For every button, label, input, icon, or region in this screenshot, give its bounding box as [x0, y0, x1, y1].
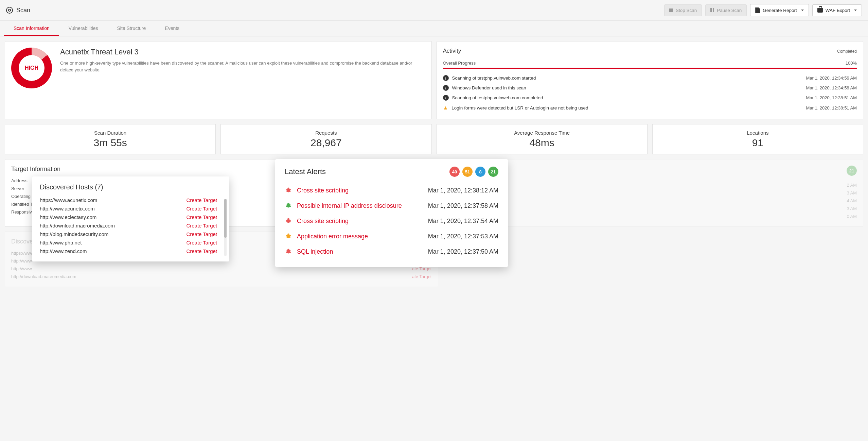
create-target-link[interactable]: Create Target	[186, 248, 217, 254]
alert-count-badge[interactable]: 40	[449, 167, 460, 177]
create-target-link[interactable]: Create Target	[186, 231, 217, 237]
stop-scan-label: Stop Scan	[676, 8, 697, 13]
create-target-link[interactable]: Create Target	[186, 197, 217, 203]
svg-line-5	[290, 191, 291, 191]
metric-label: Requests	[224, 130, 428, 136]
activity-time: Mar 1, 2020, 12:34:56 AM	[806, 75, 857, 81]
activity-title: Activity	[443, 48, 461, 54]
discovered-hosts-title: Discovered Hosts (7)	[40, 183, 222, 191]
alert-time: Mar 1, 2020, 12:37:54 AM	[428, 218, 498, 225]
create-target-link[interactable]: Create Target	[186, 240, 217, 245]
discovered-host-row: http://www.eclectasy.comCreate Target	[40, 213, 222, 221]
alert-time: Mar 1, 2020, 12:37:58 AM	[428, 202, 498, 209]
tab-bar: Scan Information Vulnerabilities Site St…	[0, 21, 868, 36]
alert-count-badge[interactable]: 51	[462, 167, 473, 177]
activity-item: iScanning of testphp.vulnweb.com started…	[443, 73, 857, 83]
host-url-bg: http://download.macromedia.com	[11, 274, 76, 279]
svg-line-22	[286, 237, 287, 237]
create-target-link[interactable]: Create Target	[186, 223, 217, 228]
pause-scan-label: Pause Scan	[717, 8, 742, 13]
threat-description: One or more high-severity type vulnerabi…	[60, 60, 425, 73]
alert-name: Cross site scripting	[297, 218, 349, 225]
alert-name: Application error message	[297, 233, 368, 240]
host-url: https://www.acunetix.com	[40, 197, 97, 203]
threat-text: Acunetix Threat Level 3 One or more high…	[60, 48, 425, 73]
scrollbar[interactable]	[224, 199, 227, 256]
info-icon: i	[443, 95, 449, 101]
host-url: http://www.acunetix.com	[40, 206, 95, 211]
activity-list: iScanning of testphp.vulnweb.com started…	[443, 73, 857, 113]
bug-icon-wrap	[285, 232, 292, 241]
tab-events[interactable]: Events	[155, 21, 189, 36]
bug-icon	[285, 186, 292, 194]
host-url-bg: https://www	[11, 251, 34, 256]
progress-row: Overall Progress 100%	[443, 61, 857, 66]
pause-icon	[710, 8, 714, 12]
tab-scan-information[interactable]: Scan Information	[4, 21, 59, 36]
activity-item: iScanning of testphp.vulnweb.com complet…	[443, 93, 857, 103]
metric-value: 48ms	[440, 137, 644, 149]
tab-site-structure[interactable]: Site Structure	[107, 21, 155, 36]
activity-status: Completed	[837, 49, 857, 54]
svg-rect-25	[287, 249, 289, 251]
host-url: http://download.macromedia.com	[40, 223, 115, 228]
alert-row[interactable]: Possible internal IP address disclosureM…	[285, 198, 498, 214]
svg-line-23	[290, 237, 291, 237]
activity-text: Login forms were detected but LSR or Aut…	[451, 105, 588, 111]
threat-gauge-label: HIGH	[11, 48, 52, 88]
host-url-bg: http://www	[11, 258, 32, 264]
discovered-host-row: http://www.acunetix.comCreate Target	[40, 204, 222, 213]
discovered-host-row: http://download.macromedia.comCreate Tar…	[40, 221, 222, 230]
metric-label: Scan Duration	[8, 130, 212, 136]
svg-line-16	[286, 222, 287, 222]
stop-scan-button: Stop Scan	[664, 4, 702, 16]
waf-export-label: WAF Export	[826, 8, 850, 13]
alert-count-badge[interactable]: 8	[475, 167, 485, 177]
briefcase-icon	[817, 8, 823, 13]
activity-time: Mar 1, 2020, 12:34:56 AM	[806, 85, 857, 90]
target-info-key: Identified Te	[11, 202, 35, 207]
host-url: http://www.php.net	[40, 240, 82, 245]
activity-time: Mar 1, 2020, 12:38:51 AM	[806, 105, 857, 111]
row-threat-activity: HIGH Acunetix Threat Level 3 One or more…	[5, 41, 863, 119]
progress-label: Overall Progress	[443, 61, 476, 66]
alert-time: Mar 1, 2020, 12:37:50 AM	[428, 248, 498, 255]
create-target-link[interactable]: Create Target	[186, 214, 217, 220]
metric-card: Requests28,967	[220, 124, 431, 154]
activity-card: Activity Completed Overall Progress 100%…	[437, 41, 864, 119]
latest-alerts-popover: Latest Alerts 4051821 Cross site scripti…	[275, 159, 508, 267]
svg-rect-7	[287, 203, 289, 205]
host-url: http://www.eclectasy.com	[40, 214, 96, 220]
warning-icon: ▲	[443, 105, 448, 111]
activity-item: iWindows Defender used in this scanMar 1…	[443, 83, 857, 93]
discovered-host-row: http://www.php.netCreate Target	[40, 238, 222, 247]
create-target-bg: ate Target	[412, 266, 432, 271]
scrollbar-thumb[interactable]	[224, 199, 227, 238]
metric-card: Average Response Time48ms	[437, 124, 648, 154]
alert-row[interactable]: Cross site scriptingMar 1, 2020, 12:37:5…	[285, 214, 498, 229]
svg-line-28	[286, 252, 287, 253]
svg-line-29	[290, 252, 291, 253]
alert-count-badge-bg: 21	[847, 166, 857, 176]
alert-row[interactable]: Application error messageMar 1, 2020, 12…	[285, 229, 498, 244]
top-bar: Scan Stop Scan Pause Scan Generate Repor…	[0, 0, 868, 21]
svg-line-10	[286, 206, 287, 207]
alert-row[interactable]: Cross site scriptingMar 1, 2020, 12:38:1…	[285, 183, 498, 198]
create-target-link[interactable]: Create Target	[186, 206, 217, 211]
progress-value: 100%	[846, 61, 857, 66]
waf-export-button[interactable]: WAF Export	[812, 4, 862, 16]
pause-scan-button: Pause Scan	[705, 4, 747, 16]
alert-count-badge[interactable]: 21	[488, 167, 498, 177]
generate-report-button[interactable]: Generate Report	[750, 4, 809, 16]
bug-icon-wrap	[285, 217, 292, 225]
alert-row[interactable]: SQL injectionMar 1, 2020, 12:37:50 AM	[285, 244, 498, 259]
top-bar-left: Scan	[6, 7, 30, 14]
target-info-key: Address	[11, 178, 28, 183]
scan-target-icon	[6, 7, 13, 14]
alert-name: SQL injection	[297, 248, 333, 255]
svg-rect-1	[287, 188, 289, 189]
bug-icon	[285, 217, 292, 224]
tab-vulnerabilities[interactable]: Vulnerabilities	[59, 21, 108, 36]
svg-line-11	[290, 206, 291, 207]
bug-icon	[285, 232, 292, 240]
